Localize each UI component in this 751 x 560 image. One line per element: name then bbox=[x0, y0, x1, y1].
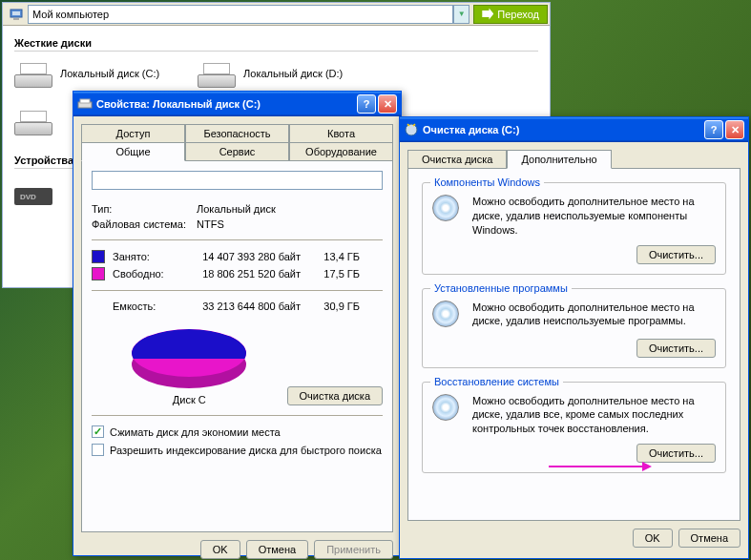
check-icon: ✓ bbox=[94, 425, 102, 438]
help-button[interactable]: ? bbox=[357, 94, 376, 114]
dialog-body: Очистка диска Дополнительно Компоненты W… bbox=[400, 142, 748, 529]
used-label: Занято: bbox=[113, 251, 183, 262]
computer-icon bbox=[9, 7, 24, 22]
svg-rect-1 bbox=[12, 11, 20, 15]
go-label: Переход bbox=[497, 9, 539, 20]
separator bbox=[92, 415, 383, 416]
group-title: Восстановление системы bbox=[430, 376, 563, 387]
titlebar[interactable]: Свойства: Локальный диск (C:) ? ✕ bbox=[73, 92, 401, 116]
drive-icon bbox=[14, 107, 52, 135]
cleanup-tabs: Очистка диска Дополнительно bbox=[407, 150, 741, 168]
address-bar: Мой компьютер ▼ Переход bbox=[3, 3, 550, 26]
group-system-restore: Восстановление системы Можно освободить … bbox=[422, 382, 726, 474]
compress-checkbox[interactable]: ✓ bbox=[92, 425, 104, 438]
close-button[interactable]: ✕ bbox=[725, 120, 744, 139]
svg-rect-4 bbox=[80, 99, 90, 103]
title-text: Свойства: Локальный диск (C:) bbox=[96, 98, 357, 110]
tab-tools[interactable]: Сервис bbox=[185, 142, 289, 160]
fs-value: NTFS bbox=[197, 218, 224, 230]
group-text: Можно освободить дополнительное место на… bbox=[472, 301, 716, 331]
free-row: Свободно: 18 806 251 520 байт 17,5 ГБ bbox=[92, 267, 383, 280]
group-text: Можно освободить дополнительное место на… bbox=[472, 195, 716, 238]
tab-row-1: Доступ Безопасность Квота bbox=[81, 124, 393, 142]
type-label: Тип: bbox=[92, 203, 197, 215]
chevron-down-icon: ▼ bbox=[458, 10, 466, 18]
titlebar[interactable]: Очистка диска (C:) ? ✕ bbox=[400, 117, 748, 142]
free-gb: 17,5 ГБ bbox=[312, 268, 360, 280]
address-field[interactable]: Мой компьютер bbox=[28, 5, 453, 24]
group-windows-components: Компоненты Windows Можно освободить допо… bbox=[422, 182, 726, 275]
drives-row: Локальный диск (C:) Локальный диск (D:) bbox=[14, 59, 538, 88]
cleanup-programs-button[interactable]: Очистить... bbox=[636, 339, 716, 358]
dvd-icon: DVD bbox=[14, 176, 52, 205]
pie-caption: Диск C bbox=[173, 394, 206, 405]
index-label: Разрешить индексирование диска для быстр… bbox=[110, 445, 382, 456]
capacity-label: Емкость: bbox=[113, 301, 183, 312]
disc-icon bbox=[432, 195, 463, 225]
volume-label-input[interactable] bbox=[92, 171, 383, 190]
disc-icon bbox=[432, 301, 463, 331]
drive-icon bbox=[198, 59, 236, 88]
usage-pie-chart bbox=[132, 329, 246, 386]
group-installed-programs: Установленные программы Можно освободить… bbox=[422, 288, 726, 368]
dvd-item[interactable]: DVD bbox=[14, 176, 52, 205]
drive-d-label: Локальный диск (D:) bbox=[243, 68, 343, 79]
drive-item-3[interactable] bbox=[14, 107, 52, 135]
close-icon: ✕ bbox=[384, 98, 392, 111]
cancel-button[interactable]: Отмена bbox=[678, 529, 741, 548]
tab-security[interactable]: Безопасность bbox=[185, 124, 289, 142]
properties-dialog: Свойства: Локальный диск (C:) ? ✕ Доступ… bbox=[73, 91, 402, 556]
dialog-body: Доступ Безопасность Квота Общие Сервис О… bbox=[73, 116, 401, 540]
tab-hardware[interactable]: Оборудование bbox=[289, 142, 393, 160]
compress-row: ✓ Сжимать диск для экономии места bbox=[92, 425, 383, 438]
tab-cleanup-more[interactable]: Дополнительно bbox=[507, 150, 611, 169]
section-hdd-title: Жесткие диски bbox=[14, 37, 538, 52]
disk-cleanup-button[interactable]: Очистка диска bbox=[287, 386, 383, 405]
free-bytes: 18 806 251 520 байт bbox=[183, 268, 312, 280]
help-button[interactable]: ? bbox=[704, 120, 723, 139]
help-icon: ? bbox=[364, 98, 370, 110]
drive-c-item[interactable]: Локальный диск (C:) bbox=[14, 59, 159, 88]
fs-label: Файловая система: bbox=[92, 218, 197, 230]
tab-access[interactable]: Доступ bbox=[81, 124, 185, 142]
pie-area: Диск C Очистка диска bbox=[92, 321, 383, 405]
drive-icon bbox=[14, 59, 52, 88]
cancel-button[interactable]: Отмена bbox=[246, 540, 308, 559]
tab-general[interactable]: Общие bbox=[81, 142, 185, 161]
compress-label: Сжимать диск для экономии места bbox=[110, 426, 281, 438]
cleanup-restore-button[interactable]: Очистить... bbox=[636, 444, 716, 463]
title-text: Очистка диска (C:) bbox=[423, 124, 704, 135]
ok-button[interactable]: OK bbox=[200, 540, 240, 559]
capacity-gb: 30,9 ГБ bbox=[312, 301, 360, 312]
group-title: Компоненты Windows bbox=[430, 176, 544, 188]
drive-c-label: Локальный диск (C:) bbox=[60, 68, 159, 79]
separator bbox=[92, 290, 383, 291]
index-row: Разрешить индексирование диска для быстр… bbox=[92, 444, 383, 456]
address-dropdown[interactable]: ▼ bbox=[453, 5, 469, 24]
cleanup-components-button[interactable]: Очистить... bbox=[636, 245, 716, 264]
index-checkbox[interactable] bbox=[92, 444, 104, 456]
apply-button[interactable]: Применить bbox=[314, 540, 393, 559]
cleanup-tab-content: Компоненты Windows Можно освободить допо… bbox=[407, 168, 741, 521]
separator bbox=[92, 239, 383, 240]
dialog-footer: OK Отмена bbox=[400, 529, 748, 555]
tab-cleanup-main[interactable]: Очистка диска bbox=[407, 150, 507, 168]
free-label: Свободно: bbox=[113, 268, 183, 280]
free-swatch bbox=[92, 267, 105, 280]
help-icon: ? bbox=[711, 124, 718, 135]
group-text: Можно освободить дополнительное место на… bbox=[472, 394, 716, 437]
close-icon: ✕ bbox=[731, 124, 740, 136]
address-text: Мой компьютер bbox=[32, 9, 109, 20]
capacity-bytes: 33 213 644 800 байт bbox=[183, 301, 312, 312]
ok-button[interactable]: OK bbox=[633, 529, 673, 548]
go-button[interactable]: Переход bbox=[473, 5, 548, 24]
tab-quota[interactable]: Квота bbox=[289, 124, 393, 142]
drive-d-item[interactable]: Локальный диск (D:) bbox=[198, 59, 343, 88]
capacity-row: Емкость: 33 213 644 800 байт 30,9 ГБ bbox=[92, 301, 383, 312]
used-bytes: 14 407 393 280 байт bbox=[183, 251, 312, 262]
group-title: Установленные программы bbox=[430, 282, 572, 294]
tab-content-general: Тип:Локальный диск Файловая система:NTFS… bbox=[81, 160, 393, 532]
close-button[interactable]: ✕ bbox=[378, 94, 397, 114]
tab-row-2: Общие Сервис Оборудование bbox=[81, 142, 393, 160]
drive-icon bbox=[77, 96, 93, 112]
